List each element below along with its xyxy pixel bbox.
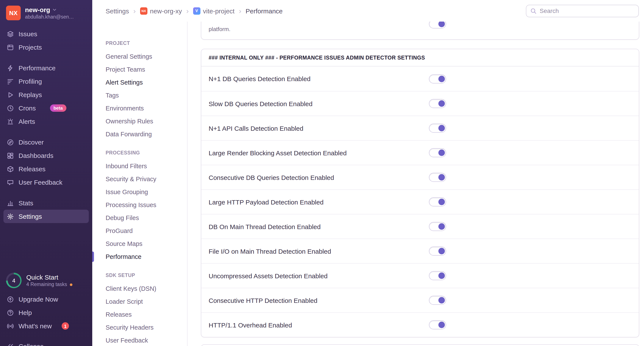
settings-nav-item-alert-settings[interactable]: Alert Settings [106, 76, 187, 89]
app-root: NX new-org abdullah.khan@sen… IssuesProj… [0, 0, 644, 346]
toggle-large-render-blocking-asset-detection-enabled[interactable] [429, 148, 446, 157]
settings-nav-item-tags[interactable]: Tags [106, 89, 187, 102]
toggle-slow-db-queries-detection-enabled[interactable] [429, 99, 446, 108]
detector-row-label: HTTP/1.1 Overhead Enabled [209, 321, 292, 328]
sidebar-item-label: Alerts [18, 118, 35, 125]
org-switcher[interactable]: NX new-org abdullah.khan@sen… [0, 0, 92, 24]
toggle-knob [438, 272, 445, 279]
quick-start[interactable]: 4 Quick Start 4 Remaining tasks [0, 268, 92, 292]
settings-nav-item-environments[interactable]: Environments [106, 102, 187, 115]
settings-nav-item-source-maps[interactable]: Source Maps [106, 237, 187, 250]
settings-nav-item-project-teams[interactable]: Project Teams [106, 63, 187, 76]
settings-nav-item-performance[interactable]: Performance [106, 250, 187, 263]
sidebar-item-dashboards[interactable]: Dashboards [0, 149, 92, 162]
sidebar-item-crons[interactable]: Cronsbeta [0, 101, 92, 115]
sidebar-item-issues[interactable]: Issues [0, 27, 92, 41]
toggle-n-1-db-queries-detection-enabled[interactable] [429, 74, 446, 83]
dashboards-icon [7, 152, 14, 159]
settings-nav-item-ownership-rules[interactable]: Ownership Rules [106, 115, 187, 128]
sidebar-item-label: Profiling [18, 78, 42, 85]
toggle-uncompressed-assets-detection-enabled[interactable] [429, 271, 446, 280]
sidebar-item-collapse[interactable]: Collapse [0, 339, 92, 346]
breadcrumb-performance[interactable]: Performance [246, 7, 283, 15]
crons-icon [7, 105, 14, 112]
performance-icon [7, 65, 14, 71]
toggle-file-i-o-on-main-thread-detection-enabled[interactable] [429, 247, 446, 256]
sidebar-item-upgrade-now[interactable]: Upgrade Now [0, 292, 92, 306]
settings-nav-item-releases[interactable]: Releases [106, 308, 187, 321]
sidebar-item-stats[interactable]: Stats [0, 196, 92, 210]
sidebar-item-label: Help [18, 309, 32, 316]
quick-start-progress-ring: 4 [6, 273, 22, 288]
detector-row: Large HTTP Payload Detection Enabled [201, 189, 639, 214]
sidebar-item-releases[interactable]: Releases [0, 162, 92, 176]
search-box[interactable] [526, 5, 639, 17]
sidebar-item-profiling[interactable]: Profiling [0, 75, 92, 88]
toggle-knob [438, 248, 445, 254]
replays-icon [7, 91, 14, 98]
breadcrumb-settings[interactable]: Settings [106, 7, 129, 15]
settings-nav-item-data-forwarding[interactable]: Data Forwarding [106, 128, 187, 141]
settings-nav: PROJECTGeneral SettingsProject TeamsAler… [92, 22, 188, 346]
settings-nav-item-processing-issues[interactable]: Processing Issues [106, 198, 187, 211]
detector-row: File I/O on Main Thread Detection Enable… [201, 239, 639, 263]
detector-rows: N+1 DB Queries Detection EnabledSlow DB … [201, 67, 639, 337]
settings-nav-item-issue-grouping[interactable]: Issue Grouping [106, 186, 187, 198]
breadcrumb-label: Settings [106, 7, 129, 15]
settings-nav-item-security-privacy[interactable]: Security & Privacy [106, 173, 187, 186]
search-icon [530, 8, 537, 14]
sidebar-item-settings[interactable]: Settings [4, 210, 89, 223]
sidebar-item-performance[interactable]: Performance [0, 61, 92, 75]
settings-icon [7, 213, 14, 220]
settings-nav-item-proguard[interactable]: ProGuard [106, 224, 187, 237]
toggle-http-1-1-overhead-enabled[interactable] [429, 320, 446, 329]
org-email: abdullah.khan@sen… [25, 14, 74, 20]
settings-nav-item-security-headers[interactable]: Security Headers [106, 321, 187, 334]
sidebar-item-replays[interactable]: Replays [0, 88, 92, 101]
toggle-knob [438, 76, 445, 82]
sidebar-footer: 4 Quick Start 4 Remaining tasks Upgrade … [0, 268, 92, 346]
settings-nav-item-general-settings[interactable]: General Settings [106, 50, 187, 63]
search-input[interactable] [540, 7, 634, 14]
breadcrumb-vite-project[interactable]: Vvite-project [193, 7, 234, 15]
settings-nav-item-user-feedback[interactable]: User Feedback [106, 334, 187, 346]
sidebar-item-label: What's new [18, 322, 52, 329]
toggle-n-1-api-calls-detection-enabled[interactable] [429, 124, 446, 133]
breadcrumb-separator: › [133, 7, 136, 15]
profiling-icon [7, 78, 14, 85]
page-header: Settings›NXnew-org-xy›Vvite-project›Perf… [92, 0, 644, 22]
breadcrumb-new-org-xy[interactable]: NXnew-org-xy [140, 7, 182, 15]
sidebar-item-label: Dashboards [18, 152, 54, 159]
quick-start-title: Quick Start [26, 273, 72, 281]
settings-nav-item-debug-files[interactable]: Debug Files [106, 211, 187, 224]
sidebar-item-discover[interactable]: Discover [0, 135, 92, 149]
quick-start-subtitle: 4 Remaining tasks [26, 281, 67, 288]
detector-row-label: Uncompressed Assets Detection Enabled [209, 272, 328, 279]
sidebar-item-user-feedback[interactable]: User Feedback [0, 176, 92, 189]
upgrade-icon [7, 296, 14, 303]
settings-nav-item-client-keys-dsn[interactable]: Client Keys (DSN) [106, 282, 187, 295]
sidebar-item-what-s-new[interactable]: What's new1 [0, 319, 92, 333]
detector-row-label: Large HTTP Payload Detection Enabled [209, 198, 324, 206]
sidebar-item-projects[interactable]: Projects [0, 41, 92, 54]
toggle-consecutive-http-detection-enabled[interactable] [429, 296, 446, 305]
breadcrumb-label: vite-project [203, 7, 234, 15]
detector-row-label: Consecutive HTTP Detection Enabled [209, 297, 318, 304]
sidebar-item-help[interactable]: Help [0, 306, 92, 319]
toggle-consecutive-db-queries-detection-enabled[interactable] [429, 173, 446, 182]
detector-row-label: File I/O on Main Thread Detection Enable… [209, 247, 331, 255]
sidebar-item-alerts[interactable]: Alerts [0, 115, 92, 128]
org-chip-icon: NX [140, 7, 148, 15]
sidebar-item-label: Issues [18, 30, 37, 38]
settings-nav-item-inbound-filters[interactable]: Inbound Filters [106, 160, 187, 173]
toggle-large-http-payload-detection-enabled[interactable] [429, 197, 446, 206]
toggle-db-on-main-thread-detection-enabled[interactable] [429, 222, 446, 231]
top-panel-help-text: platform. [209, 26, 230, 32]
settings-nav-item-loader-script[interactable]: Loader Script [106, 295, 187, 308]
toggle-knob [438, 150, 445, 156]
detector-row-label: Consecutive DB Queries Detection Enabled [209, 174, 334, 181]
sidebar-item-label: User Feedback [18, 179, 62, 186]
whats-new-icon [7, 322, 14, 329]
detector-row: DB On Main Thread Detection Enabled [201, 214, 639, 239]
projects-icon [7, 44, 14, 51]
